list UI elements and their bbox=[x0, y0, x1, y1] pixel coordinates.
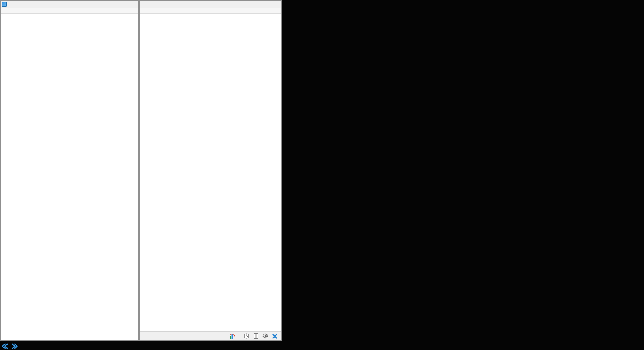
sensor-footer bbox=[140, 331, 281, 340]
titlebar-main[interactable] bbox=[1, 1, 138, 8]
settings-gear-icon[interactable] bbox=[262, 333, 268, 339]
taskbar-forward-icon[interactable] bbox=[11, 343, 19, 349]
taskbar-back-icon[interactable] bbox=[1, 343, 9, 349]
sensor-window-secondary bbox=[139, 0, 282, 341]
column-header-right bbox=[140, 8, 281, 14]
graph-toggle-icon[interactable] bbox=[230, 334, 235, 339]
report-icon[interactable] bbox=[254, 333, 258, 339]
sensor-window-main bbox=[0, 0, 139, 341]
desktop bbox=[0, 0, 644, 350]
taskbar bbox=[1, 343, 19, 349]
close-sensors-icon[interactable] bbox=[272, 334, 277, 339]
column-header-left bbox=[1, 8, 138, 14]
titlebar-secondary[interactable] bbox=[140, 1, 281, 8]
hwinfo-app-icon bbox=[2, 2, 7, 7]
clock-icon[interactable] bbox=[244, 333, 249, 339]
